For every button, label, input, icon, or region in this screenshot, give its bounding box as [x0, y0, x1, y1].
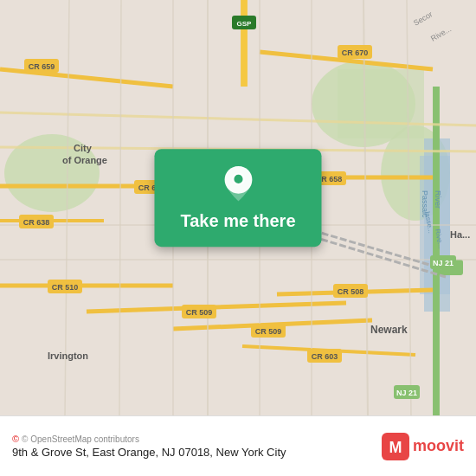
- svg-text:NJ 21: NJ 21: [433, 259, 453, 267]
- svg-text:CR 638: CR 638: [23, 218, 50, 227]
- osm-logo: ©: [12, 434, 19, 444]
- svg-text:Irvington: Irvington: [48, 351, 88, 361]
- svg-text:M: M: [389, 439, 402, 456]
- svg-text:of Orange: of Orange: [62, 155, 107, 165]
- svg-text:CR 509: CR 509: [186, 308, 213, 317]
- osm-credit: © © OpenStreetMap contributors: [12, 434, 286, 444]
- svg-text:CR 508: CR 508: [338, 287, 364, 296]
- svg-text:CR 603: CR 603: [312, 352, 338, 361]
- map-container: CR 659 GSP CR 670 CR 638 CR 605 CR 658 C…: [0, 0, 476, 415]
- svg-text:CR 509: CR 509: [255, 327, 282, 336]
- take-me-there-button[interactable]: Take me there: [154, 149, 321, 247]
- svg-text:NJ 21: NJ 21: [396, 389, 417, 397]
- svg-point-74: [233, 174, 243, 184]
- svg-rect-4: [338, 69, 424, 138]
- svg-text:GSP: GSP: [237, 20, 253, 28]
- take-me-there-label: Take me there: [180, 211, 295, 231]
- svg-text:Ha...: Ha...: [450, 229, 470, 240]
- location-pin-icon: [219, 164, 257, 203]
- osm-credit-text: © OpenStreetMap contributors: [22, 434, 139, 444]
- moovit-brand-icon: M: [382, 433, 409, 460]
- svg-text:Newark: Newark: [370, 324, 408, 336]
- svg-text:River: River: [434, 190, 442, 209]
- footer-left: © © OpenStreetMap contributors 9th & Gro…: [12, 434, 286, 459]
- moovit-name: moovit: [413, 437, 464, 455]
- svg-text:CR 659: CR 659: [29, 62, 55, 71]
- address-text: 9th & Grove St, East Orange, NJ 07018, N…: [12, 446, 286, 459]
- svg-text:CR 510: CR 510: [52, 283, 79, 292]
- svg-text:City: City: [74, 143, 93, 153]
- svg-text:CR 670: CR 670: [342, 48, 369, 57]
- moovit-logo: M moovit: [382, 433, 464, 460]
- svg-rect-8: [241, 0, 247, 87]
- footer-bar: © © OpenStreetMap contributors 9th & Gro…: [0, 415, 476, 476]
